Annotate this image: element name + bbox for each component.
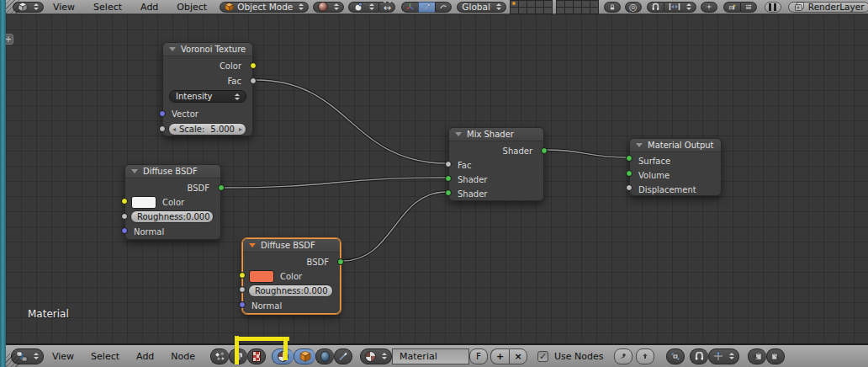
layer-toggle[interactable] [590,8,598,13]
color-swatch[interactable] [249,270,274,283]
collapse-triangle-icon[interactable] [131,169,138,173]
layer-toggle[interactable] [544,1,552,7]
mode-dropdown[interactable]: Object Mode [220,2,309,13]
layer-toggle[interactable] [582,8,590,13]
shader-type-world-button[interactable] [315,348,334,364]
editor-edge-strip[interactable] [0,0,6,367]
menu-add[interactable]: Add [131,2,167,13]
pivot-point-dropdown[interactable] [348,2,378,13]
layer-toggle[interactable] [519,1,527,7]
use-nodes-checkbox[interactable]: ✓ [537,351,548,362]
socket-shader-output[interactable] [541,147,548,154]
pin-button[interactable] [614,348,632,364]
roughness-slider[interactable]: Roughness: 0.000 [248,285,333,297]
roughness-slider[interactable]: Roughness: 0.000 [130,210,214,223]
material-preview-dropdown[interactable] [360,348,392,364]
tree-type-texture-button[interactable] [247,348,266,364]
node-header[interactable]: Diffuse BSDF [125,165,220,178]
layer-toggle[interactable] [565,8,573,13]
corner-grip-bottom[interactable] [6,354,19,367]
node-voronoi-texture[interactable]: Voronoi Texture Color Fac Intensity Vect… [162,42,253,136]
layer-toggle[interactable] [511,1,518,7]
manipulate-center-points-button[interactable]: ↔ [378,2,395,13]
node-mix-shader[interactable]: Mix Shader Shader Fac Shader Shader [448,127,544,201]
node-diffuse-bsdf-1[interactable]: Diffuse BSDF BSDF Color Roughness: 0.000… [124,164,221,240]
shader-type-linestyle-button[interactable] [334,348,352,364]
socket-fac-input[interactable] [445,161,452,168]
fake-user-button[interactable]: F [469,348,488,364]
socket-roughness-input[interactable] [121,213,128,220]
node-header[interactable]: Material Output [630,139,721,152]
menu-view[interactable]: View [44,351,82,362]
manipulator-rotate-button[interactable] [418,2,435,13]
socket-color-input[interactable] [239,272,246,279]
pause-button[interactable] [765,2,781,13]
socket-shader2-input[interactable] [445,189,452,196]
render-animation-button[interactable] [740,2,757,13]
socket-bsdf-output[interactable] [218,184,225,191]
paste-nodes-button[interactable] [766,348,785,364]
layer-toggle[interactable] [544,8,552,13]
copy-nodes-button[interactable] [748,348,766,364]
manipulator-translate-button[interactable] [401,2,418,13]
tree-type-particles-button[interactable] [210,348,229,364]
collapse-triangle-icon[interactable] [455,132,462,136]
socket-color-output[interactable] [250,62,257,69]
material-name-field[interactable]: Material [392,348,469,364]
snap-element-dropdown[interactable] [664,2,696,13]
layer-toggle[interactable] [557,1,564,7]
coloring-dropdown[interactable]: Intensity [169,90,246,103]
corner-grip-top[interactable] [6,0,19,13]
collapse-triangle-icon[interactable] [636,143,643,147]
layer-toggle[interactable] [527,8,535,13]
socket-roughness-input[interactable] [239,286,246,293]
socket-displacement-input[interactable] [626,184,632,191]
color-swatch[interactable] [131,196,156,209]
transform-orientation-dropdown[interactable]: Global [457,2,506,13]
slider-right-arrow-icon[interactable]: ▸ [239,125,242,133]
socket-bsdf-output[interactable] [337,258,344,265]
layer-toggle[interactable] [582,1,590,7]
layer-toggle[interactable] [527,1,535,7]
socket-shader1-input[interactable] [445,175,452,182]
manipulator-scale-button[interactable] [435,2,452,13]
layer-toggle[interactable] [536,8,543,13]
new-material-button[interactable]: + [490,348,509,364]
node-header[interactable]: Mix Shader [449,128,543,141]
snap-target-button[interactable] [701,2,717,13]
render-layer-dropdown[interactable]: RenderLayer [788,2,868,13]
node-header[interactable]: Voronoi Texture [163,43,252,56]
menu-select[interactable]: Select [82,351,128,362]
layer-toggle[interactable] [519,8,527,13]
snap-node-element-dropdown[interactable] [708,348,739,364]
node-header[interactable]: Diffuse BSDF [243,239,340,253]
viewport-shading-dropdown[interactable] [313,2,344,13]
render-still-button[interactable] [723,2,740,13]
socket-fac-output[interactable] [250,77,257,84]
layer-toggle[interactable] [574,1,581,7]
lock-to-scene-button[interactable] [604,2,621,13]
go-to-parent-tree-button[interactable] [636,348,654,364]
layer-toggle[interactable] [574,8,581,13]
socket-volume-input[interactable] [626,170,632,177]
proportional-edit-button[interactable]: ◎ [625,2,642,13]
collapse-triangle-icon[interactable] [249,243,256,247]
socket-surface-input[interactable] [626,155,632,162]
collapse-triangle-icon[interactable] [169,47,176,51]
snap-toggle-button[interactable] [647,2,664,13]
node-diffuse-bsdf-2[interactable]: Diffuse BSDF BSDF Color Roughness: 0.000… [242,238,341,314]
auto-render-button[interactable] [666,348,685,364]
layer-toggle[interactable] [511,8,518,13]
menu-object[interactable]: Object [167,2,216,13]
unlink-material-button[interactable]: × [509,348,527,364]
socket-color-input[interactable] [121,198,128,205]
menu-add[interactable]: Add [128,351,162,362]
shader-type-object-button[interactable] [294,348,315,364]
layer-toggle[interactable] [590,1,598,7]
layer-toggle[interactable] [536,1,543,7]
layer-toggle[interactable] [565,1,573,7]
menu-node[interactable]: Node [162,351,204,362]
socket-normal-input[interactable] [239,301,246,308]
layer-toggle[interactable] [557,8,564,13]
node-material-output[interactable]: Material Output Surface Volume Displacem… [629,138,722,196]
